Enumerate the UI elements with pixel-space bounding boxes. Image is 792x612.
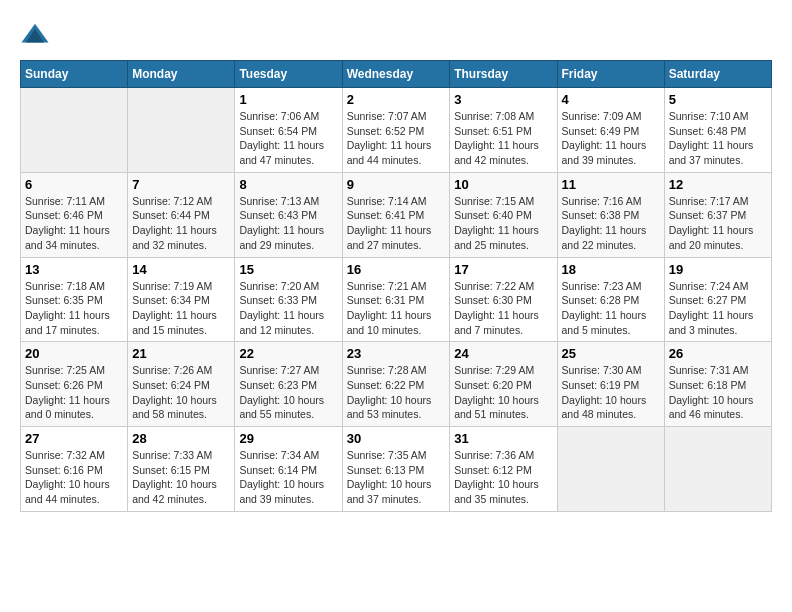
day-info: Sunrise: 7:15 AM Sunset: 6:40 PM Dayligh…: [454, 194, 552, 253]
day-number: 18: [562, 262, 660, 277]
logo: [20, 20, 54, 50]
calendar-cell: [128, 88, 235, 173]
day-number: 15: [239, 262, 337, 277]
day-info: Sunrise: 7:07 AM Sunset: 6:52 PM Dayligh…: [347, 109, 446, 168]
day-number: 28: [132, 431, 230, 446]
calendar-cell: 26Sunrise: 7:31 AM Sunset: 6:18 PM Dayli…: [664, 342, 771, 427]
day-number: 8: [239, 177, 337, 192]
calendar-cell: [557, 427, 664, 512]
day-info: Sunrise: 7:33 AM Sunset: 6:15 PM Dayligh…: [132, 448, 230, 507]
day-info: Sunrise: 7:17 AM Sunset: 6:37 PM Dayligh…: [669, 194, 767, 253]
day-info: Sunrise: 7:13 AM Sunset: 6:43 PM Dayligh…: [239, 194, 337, 253]
day-info: Sunrise: 7:12 AM Sunset: 6:44 PM Dayligh…: [132, 194, 230, 253]
day-info: Sunrise: 7:24 AM Sunset: 6:27 PM Dayligh…: [669, 279, 767, 338]
week-row-1: 1Sunrise: 7:06 AM Sunset: 6:54 PM Daylig…: [21, 88, 772, 173]
calendar-cell: 14Sunrise: 7:19 AM Sunset: 6:34 PM Dayli…: [128, 257, 235, 342]
calendar-cell: 29Sunrise: 7:34 AM Sunset: 6:14 PM Dayli…: [235, 427, 342, 512]
calendar-cell: 15Sunrise: 7:20 AM Sunset: 6:33 PM Dayli…: [235, 257, 342, 342]
calendar-cell: 1Sunrise: 7:06 AM Sunset: 6:54 PM Daylig…: [235, 88, 342, 173]
day-info: Sunrise: 7:27 AM Sunset: 6:23 PM Dayligh…: [239, 363, 337, 422]
calendar-cell: 11Sunrise: 7:16 AM Sunset: 6:38 PM Dayli…: [557, 172, 664, 257]
week-row-4: 20Sunrise: 7:25 AM Sunset: 6:26 PM Dayli…: [21, 342, 772, 427]
day-number: 27: [25, 431, 123, 446]
calendar-cell: 8Sunrise: 7:13 AM Sunset: 6:43 PM Daylig…: [235, 172, 342, 257]
day-number: 24: [454, 346, 552, 361]
calendar-cell: 16Sunrise: 7:21 AM Sunset: 6:31 PM Dayli…: [342, 257, 450, 342]
header-wednesday: Wednesday: [342, 61, 450, 88]
day-info: Sunrise: 7:21 AM Sunset: 6:31 PM Dayligh…: [347, 279, 446, 338]
day-number: 13: [25, 262, 123, 277]
day-number: 16: [347, 262, 446, 277]
calendar-cell: 9Sunrise: 7:14 AM Sunset: 6:41 PM Daylig…: [342, 172, 450, 257]
day-info: Sunrise: 7:08 AM Sunset: 6:51 PM Dayligh…: [454, 109, 552, 168]
day-number: 3: [454, 92, 552, 107]
day-number: 30: [347, 431, 446, 446]
day-info: Sunrise: 7:18 AM Sunset: 6:35 PM Dayligh…: [25, 279, 123, 338]
day-info: Sunrise: 7:28 AM Sunset: 6:22 PM Dayligh…: [347, 363, 446, 422]
calendar-cell: 25Sunrise: 7:30 AM Sunset: 6:19 PM Dayli…: [557, 342, 664, 427]
day-info: Sunrise: 7:22 AM Sunset: 6:30 PM Dayligh…: [454, 279, 552, 338]
calendar-cell: 24Sunrise: 7:29 AM Sunset: 6:20 PM Dayli…: [450, 342, 557, 427]
day-info: Sunrise: 7:25 AM Sunset: 6:26 PM Dayligh…: [25, 363, 123, 422]
week-row-5: 27Sunrise: 7:32 AM Sunset: 6:16 PM Dayli…: [21, 427, 772, 512]
calendar-cell: 31Sunrise: 7:36 AM Sunset: 6:12 PM Dayli…: [450, 427, 557, 512]
day-number: 11: [562, 177, 660, 192]
day-info: Sunrise: 7:09 AM Sunset: 6:49 PM Dayligh…: [562, 109, 660, 168]
day-info: Sunrise: 7:31 AM Sunset: 6:18 PM Dayligh…: [669, 363, 767, 422]
week-row-2: 6Sunrise: 7:11 AM Sunset: 6:46 PM Daylig…: [21, 172, 772, 257]
day-number: 26: [669, 346, 767, 361]
day-info: Sunrise: 7:35 AM Sunset: 6:13 PM Dayligh…: [347, 448, 446, 507]
day-number: 5: [669, 92, 767, 107]
day-info: Sunrise: 7:32 AM Sunset: 6:16 PM Dayligh…: [25, 448, 123, 507]
day-number: 23: [347, 346, 446, 361]
day-number: 19: [669, 262, 767, 277]
header-sunday: Sunday: [21, 61, 128, 88]
day-info: Sunrise: 7:06 AM Sunset: 6:54 PM Dayligh…: [239, 109, 337, 168]
day-number: 20: [25, 346, 123, 361]
calendar-header-row: SundayMondayTuesdayWednesdayThursdayFrid…: [21, 61, 772, 88]
day-info: Sunrise: 7:10 AM Sunset: 6:48 PM Dayligh…: [669, 109, 767, 168]
week-row-3: 13Sunrise: 7:18 AM Sunset: 6:35 PM Dayli…: [21, 257, 772, 342]
day-info: Sunrise: 7:30 AM Sunset: 6:19 PM Dayligh…: [562, 363, 660, 422]
day-number: 21: [132, 346, 230, 361]
day-number: 12: [669, 177, 767, 192]
calendar-cell: 20Sunrise: 7:25 AM Sunset: 6:26 PM Dayli…: [21, 342, 128, 427]
calendar-cell: 17Sunrise: 7:22 AM Sunset: 6:30 PM Dayli…: [450, 257, 557, 342]
calendar-cell: 10Sunrise: 7:15 AM Sunset: 6:40 PM Dayli…: [450, 172, 557, 257]
day-info: Sunrise: 7:14 AM Sunset: 6:41 PM Dayligh…: [347, 194, 446, 253]
calendar-cell: 22Sunrise: 7:27 AM Sunset: 6:23 PM Dayli…: [235, 342, 342, 427]
calendar-cell: [21, 88, 128, 173]
day-number: 22: [239, 346, 337, 361]
day-info: Sunrise: 7:26 AM Sunset: 6:24 PM Dayligh…: [132, 363, 230, 422]
header-friday: Friday: [557, 61, 664, 88]
calendar-cell: 30Sunrise: 7:35 AM Sunset: 6:13 PM Dayli…: [342, 427, 450, 512]
calendar-cell: 28Sunrise: 7:33 AM Sunset: 6:15 PM Dayli…: [128, 427, 235, 512]
day-info: Sunrise: 7:16 AM Sunset: 6:38 PM Dayligh…: [562, 194, 660, 253]
calendar-cell: 7Sunrise: 7:12 AM Sunset: 6:44 PM Daylig…: [128, 172, 235, 257]
day-info: Sunrise: 7:19 AM Sunset: 6:34 PM Dayligh…: [132, 279, 230, 338]
day-number: 7: [132, 177, 230, 192]
day-number: 31: [454, 431, 552, 446]
calendar-cell: 6Sunrise: 7:11 AM Sunset: 6:46 PM Daylig…: [21, 172, 128, 257]
header-monday: Monday: [128, 61, 235, 88]
page-header: [20, 20, 772, 50]
day-info: Sunrise: 7:11 AM Sunset: 6:46 PM Dayligh…: [25, 194, 123, 253]
calendar-cell: 12Sunrise: 7:17 AM Sunset: 6:37 PM Dayli…: [664, 172, 771, 257]
day-info: Sunrise: 7:36 AM Sunset: 6:12 PM Dayligh…: [454, 448, 552, 507]
day-number: 6: [25, 177, 123, 192]
day-number: 10: [454, 177, 552, 192]
day-info: Sunrise: 7:34 AM Sunset: 6:14 PM Dayligh…: [239, 448, 337, 507]
calendar-cell: 18Sunrise: 7:23 AM Sunset: 6:28 PM Dayli…: [557, 257, 664, 342]
logo-icon: [20, 20, 50, 50]
calendar-cell: 2Sunrise: 7:07 AM Sunset: 6:52 PM Daylig…: [342, 88, 450, 173]
day-number: 14: [132, 262, 230, 277]
calendar-cell: 5Sunrise: 7:10 AM Sunset: 6:48 PM Daylig…: [664, 88, 771, 173]
header-tuesday: Tuesday: [235, 61, 342, 88]
day-number: 1: [239, 92, 337, 107]
day-number: 2: [347, 92, 446, 107]
day-number: 17: [454, 262, 552, 277]
calendar-cell: [664, 427, 771, 512]
day-number: 25: [562, 346, 660, 361]
day-number: 29: [239, 431, 337, 446]
day-info: Sunrise: 7:29 AM Sunset: 6:20 PM Dayligh…: [454, 363, 552, 422]
